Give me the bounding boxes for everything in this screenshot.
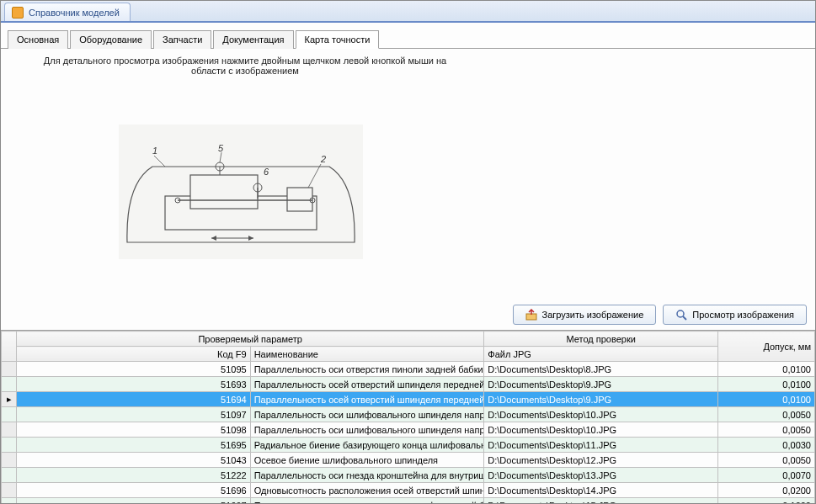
table-row[interactable]: 51043Осевое биение шлифовального шпиндел… bbox=[2, 453, 815, 468]
table-row[interactable]: 51098Параллельность оси шлифовального шп… bbox=[2, 422, 815, 438]
cell-code: 51697 bbox=[17, 498, 251, 505]
cell-name: Параллельность осей отверстий шпинделя п… bbox=[250, 392, 484, 407]
col-marker bbox=[2, 332, 17, 362]
cell-code: 51696 bbox=[17, 483, 251, 498]
cell-file: D:\Documents\Desktop\10.JPG bbox=[484, 407, 718, 422]
cell-code: 51694 bbox=[17, 392, 251, 407]
header-tolerance[interactable]: Допуск, мм bbox=[718, 332, 815, 362]
cell-file: D:\Documents\Desktop\11.JPG bbox=[484, 438, 718, 453]
table-row[interactable]: 51097Параллельность оси шлифовального шп… bbox=[2, 407, 815, 422]
table-row[interactable]: 51222Параллельность оси гнезда кронштейн… bbox=[2, 468, 815, 483]
cell-file: D:\Documents\Desktop\9.JPG bbox=[484, 392, 718, 407]
cell-file: D:\Documents\Desktop\15.JPG bbox=[484, 498, 718, 505]
cell-file: D:\Documents\Desktop\13.JPG bbox=[484, 468, 718, 483]
image-preview-area[interactable]: 1 5 6 2 bbox=[1, 82, 815, 301]
cell-tol: 0,0100 bbox=[718, 392, 815, 407]
cell-tol: 0,0200 bbox=[718, 483, 815, 498]
cell-name: Параллельность оси шлифовального шпиндел… bbox=[250, 422, 484, 438]
tab-1[interactable]: Оборудование bbox=[70, 30, 152, 49]
cell-name: Одновысотность расположения осей отверст… bbox=[250, 483, 484, 498]
row-marker: ▸ bbox=[2, 392, 17, 407]
app-icon bbox=[12, 7, 24, 19]
cell-tol: 0,1000 bbox=[718, 498, 815, 505]
cell-tol: 0,0100 bbox=[718, 377, 815, 392]
schematic-drawing: 1 5 6 2 bbox=[119, 125, 363, 259]
cell-name: Радиальное биение базирующего конца шлиф… bbox=[250, 438, 484, 453]
row-marker bbox=[2, 407, 17, 422]
window-tab[interactable]: Справочник моделей bbox=[4, 3, 131, 21]
svg-rect-21 bbox=[526, 314, 536, 320]
button-row: Загрузить изображение Просмотр изображен… bbox=[1, 301, 815, 330]
cell-tol: 0,0100 bbox=[718, 362, 815, 377]
svg-point-22 bbox=[677, 310, 684, 317]
cell-tol: 0,0030 bbox=[718, 438, 815, 453]
cell-tol: 0,0050 bbox=[718, 422, 815, 438]
cell-name: Параллельность оси гнезда кронштейна для… bbox=[250, 468, 484, 483]
svg-text:5: 5 bbox=[218, 143, 224, 153]
svg-rect-3 bbox=[287, 188, 312, 211]
tab-3[interactable]: Документация bbox=[213, 30, 293, 49]
cell-name: Осевое биение шлифовального шпинделя bbox=[250, 453, 484, 468]
svg-text:6: 6 bbox=[264, 167, 269, 177]
header-method-group[interactable]: Метод проверки bbox=[484, 332, 718, 347]
cell-file: D:\Documents\Desktop\9.JPG bbox=[484, 377, 718, 392]
row-marker bbox=[2, 498, 17, 505]
header-name[interactable]: Наименование bbox=[250, 347, 484, 362]
svg-text:2: 2 bbox=[320, 154, 326, 164]
table-row[interactable]: 51696Одновысотность расположения осей от… bbox=[2, 483, 815, 498]
load-button-label: Загрузить изображение bbox=[542, 310, 644, 320]
cell-name: Перпендикулярность перемещения шлифоваль… bbox=[250, 498, 484, 505]
row-marker bbox=[2, 377, 17, 392]
table-row[interactable]: ▸51694Параллельность осей отверстий шпин… bbox=[2, 392, 815, 407]
load-image-button[interactable]: Загрузить изображение bbox=[513, 305, 657, 325]
load-icon bbox=[525, 309, 537, 321]
row-marker bbox=[2, 422, 17, 438]
table-row[interactable]: 51095Параллельность оси отверстия пиноли… bbox=[2, 362, 815, 377]
data-grid[interactable]: Проверяемый параметр Метод проверки Допу… bbox=[1, 330, 815, 504]
cell-code: 51695 bbox=[17, 438, 251, 453]
window-tab-bar: Справочник моделей bbox=[1, 1, 815, 23]
cell-code: 51098 bbox=[17, 422, 251, 438]
cell-file: D:\Documents\Desktop\14.JPG bbox=[484, 483, 718, 498]
row-marker bbox=[2, 453, 17, 468]
row-marker bbox=[2, 483, 17, 498]
svg-text:1: 1 bbox=[152, 146, 157, 156]
cell-code: 51043 bbox=[17, 453, 251, 468]
table-row[interactable]: 51697Перпендикулярность перемещения шлиф… bbox=[2, 498, 815, 505]
cell-tol: 0,0050 bbox=[718, 407, 815, 422]
cell-name: Параллельность осей отверстий шпинделя п… bbox=[250, 377, 484, 392]
cell-file: D:\Documents\Desktop\10.JPG bbox=[484, 422, 718, 438]
cell-file: D:\Documents\Desktop\8.JPG bbox=[484, 362, 718, 377]
svg-line-23 bbox=[683, 316, 686, 320]
svg-rect-2 bbox=[190, 175, 258, 209]
row-marker bbox=[2, 438, 17, 453]
window-tab-title: Справочник моделей bbox=[29, 8, 120, 18]
cell-tol: 0,0070 bbox=[718, 468, 815, 483]
row-marker bbox=[2, 468, 17, 483]
header-param-group[interactable]: Проверяемый параметр bbox=[17, 332, 484, 347]
magnifier-icon bbox=[675, 309, 687, 321]
row-marker bbox=[2, 362, 17, 377]
cell-code: 51693 bbox=[17, 377, 251, 392]
tab-2[interactable]: Запчасти bbox=[153, 30, 211, 49]
cell-code: 51095 bbox=[17, 362, 251, 377]
cell-tol: 0,0050 bbox=[718, 453, 815, 468]
table-row[interactable]: 51695Радиальное биение базирующего конца… bbox=[2, 438, 815, 453]
instruction-text: Для детального просмотра изображения наж… bbox=[1, 49, 489, 82]
tab-4[interactable]: Карта точности bbox=[296, 30, 380, 49]
cell-name: Параллельность оси отверстия пиноли задн… bbox=[250, 362, 484, 377]
header-file[interactable]: Файл JPG bbox=[484, 347, 718, 362]
tab-0[interactable]: Основная bbox=[8, 30, 68, 49]
cell-name: Параллельность оси шлифовального шпиндел… bbox=[250, 407, 484, 422]
view-image-button[interactable]: Просмотр изображения bbox=[663, 305, 807, 325]
cell-file: D:\Documents\Desktop\12.JPG bbox=[484, 453, 718, 468]
inner-tab-bar: ОсновнаяОборудованиеЗапчастиДокументация… bbox=[1, 23, 815, 49]
cell-code: 51097 bbox=[17, 407, 251, 422]
view-button-label: Просмотр изображения bbox=[692, 310, 794, 320]
header-code[interactable]: Код F9 bbox=[17, 347, 251, 362]
cell-code: 51222 bbox=[17, 468, 251, 483]
table-row[interactable]: 51693Параллельность осей отверстий шпинд… bbox=[2, 377, 815, 392]
